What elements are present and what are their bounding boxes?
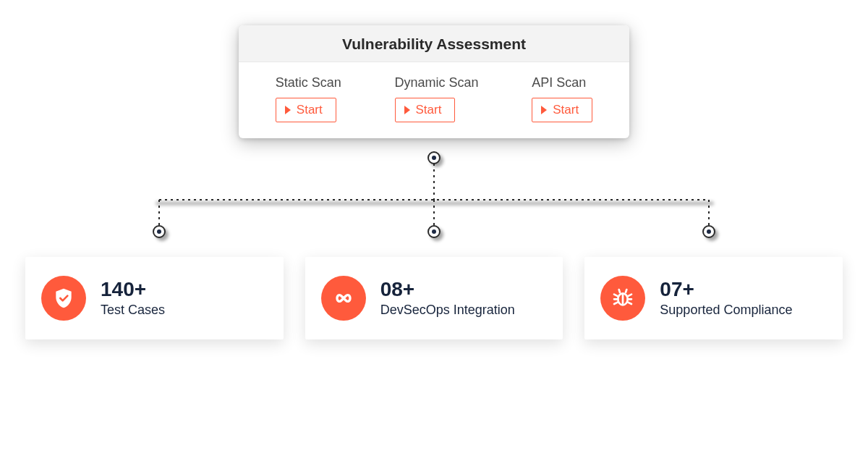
- scan-label: API Scan: [532, 75, 592, 90]
- button-label: Start: [297, 103, 323, 117]
- panel-body: Static Scan Start Dynamic Scan Start API…: [239, 62, 629, 138]
- scan-label: Static Scan: [276, 75, 341, 90]
- button-label: Start: [416, 103, 442, 117]
- start-static-button[interactable]: Start: [276, 98, 336, 122]
- connector-node-left: [153, 225, 166, 238]
- stat-label: Supported Compliance: [660, 303, 792, 318]
- infinity-icon: [321, 276, 366, 321]
- bug-icon: [600, 276, 645, 321]
- shield-check-icon: [41, 276, 86, 321]
- play-icon: [404, 106, 410, 114]
- stat-label: Test Cases: [101, 303, 165, 318]
- button-label: Start: [553, 103, 579, 117]
- play-icon: [285, 106, 291, 114]
- connector-node-center: [427, 225, 441, 238]
- stat-devsecops: 08+ DevSecOps Integration: [305, 257, 563, 339]
- panel-title: Vulnerability Assessment: [239, 25, 629, 62]
- stats-row: 140+ Test Cases 08+ DevSecOps Integratio…: [25, 257, 843, 339]
- play-icon: [541, 106, 547, 114]
- start-api-button[interactable]: Start: [532, 98, 592, 122]
- stat-count: 07+: [660, 279, 792, 301]
- scan-static: Static Scan Start: [276, 75, 341, 122]
- connector-node-top: [427, 151, 441, 164]
- connector-node-right: [702, 225, 715, 238]
- scan-api: API Scan Start: [532, 75, 592, 122]
- stat-compliance: 07+ Supported Compliance: [584, 257, 843, 339]
- stat-count: 140+: [101, 279, 165, 301]
- stat-count: 08+: [380, 279, 515, 301]
- scan-dynamic: Dynamic Scan Start: [395, 75, 479, 122]
- stat-label: DevSecOps Integration: [380, 303, 515, 318]
- stat-test-cases: 140+ Test Cases: [25, 257, 284, 339]
- assessment-panel: Vulnerability Assessment Static Scan Sta…: [239, 25, 629, 138]
- start-dynamic-button[interactable]: Start: [395, 98, 456, 122]
- scan-label: Dynamic Scan: [395, 75, 479, 90]
